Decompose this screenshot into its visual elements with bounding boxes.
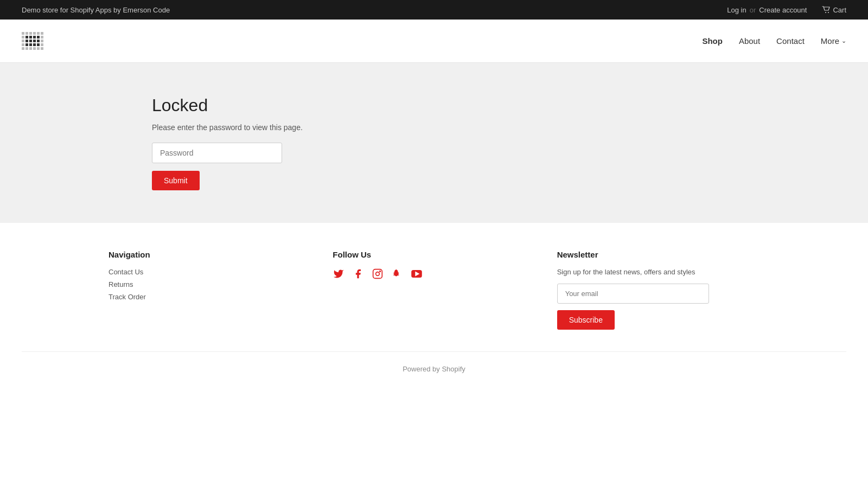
footer-newsletter-title: Newsletter [557, 250, 760, 259]
nav-more-button[interactable]: More ⌄ [821, 36, 846, 46]
snapchat-social-link[interactable] [391, 268, 403, 280]
email-input[interactable] [557, 284, 709, 304]
logo-link[interactable] [22, 32, 43, 50]
footer: Navigation Contact Us Returns Track Orde… [0, 223, 868, 389]
create-account-link[interactable]: Create account [759, 6, 807, 14]
header: Shop About Contact More ⌄ [0, 20, 868, 63]
svg-point-4 [380, 271, 381, 272]
powered-by-text: Powered by Shopify [403, 365, 465, 373]
youtube-social-link[interactable] [411, 268, 423, 280]
cart-label: Cart [833, 6, 846, 14]
instagram-icon [372, 268, 383, 279]
cart-link[interactable]: Cart [822, 6, 846, 14]
nav-more-label: More [821, 36, 839, 46]
login-link[interactable]: Log in [727, 6, 746, 14]
snapchat-icon [392, 268, 403, 279]
svg-point-0 [825, 12, 826, 13]
locked-subtitle: Please enter the password to view this p… [152, 123, 303, 132]
logo [22, 32, 43, 50]
nav-contact[interactable]: Contact [776, 36, 805, 46]
footer-social-title: Follow Us [333, 250, 535, 259]
locked-title: Locked [152, 95, 303, 115]
cart-icon [822, 6, 831, 14]
submit-button[interactable]: Submit [152, 171, 200, 190]
locked-container: Locked Please enter the password to view… [152, 95, 303, 190]
footer-nav-title: Navigation [108, 250, 311, 259]
main-nav: Shop About Contact More ⌄ [702, 36, 846, 46]
svg-point-1 [828, 12, 829, 13]
main-content: Locked Please enter the password to view… [0, 63, 868, 223]
footer-social-column: Follow Us [333, 250, 535, 330]
subscribe-button[interactable]: Subscribe [557, 310, 615, 330]
footer-bottom: Powered by Shopify [22, 351, 846, 373]
facebook-icon [353, 268, 363, 279]
top-bar-actions: Log in or Create account Cart [727, 6, 846, 14]
chevron-down-icon: ⌄ [841, 37, 846, 44]
or-separator: or [750, 6, 756, 14]
facebook-social-link[interactable] [352, 268, 364, 280]
social-icons [333, 268, 535, 280]
nav-about[interactable]: About [739, 36, 760, 46]
twitter-icon [333, 268, 344, 279]
svg-rect-2 [373, 269, 382, 279]
footer-track-order-link[interactable]: Track Order [108, 293, 311, 301]
password-input[interactable] [152, 143, 282, 163]
youtube-icon [411, 269, 423, 278]
announcement-text: Demo store for Shopify Apps by Emerson C… [22, 6, 170, 14]
footer-columns: Navigation Contact Us Returns Track Orde… [108, 250, 760, 330]
nav-shop[interactable]: Shop [702, 36, 723, 46]
newsletter-subtitle: Sign up for the latest news, offers and … [557, 268, 760, 276]
instagram-social-link[interactable] [372, 268, 384, 280]
footer-nav-column: Navigation Contact Us Returns Track Orde… [108, 250, 311, 330]
footer-returns-link[interactable]: Returns [108, 280, 311, 288]
top-bar: Demo store for Shopify Apps by Emerson C… [0, 0, 868, 20]
twitter-social-link[interactable] [333, 268, 344, 280]
footer-newsletter-column: Newsletter Sign up for the latest news, … [557, 250, 760, 330]
footer-nav-links: Contact Us Returns Track Order [108, 268, 311, 301]
svg-point-3 [376, 272, 380, 276]
footer-contact-us-link[interactable]: Contact Us [108, 268, 311, 276]
